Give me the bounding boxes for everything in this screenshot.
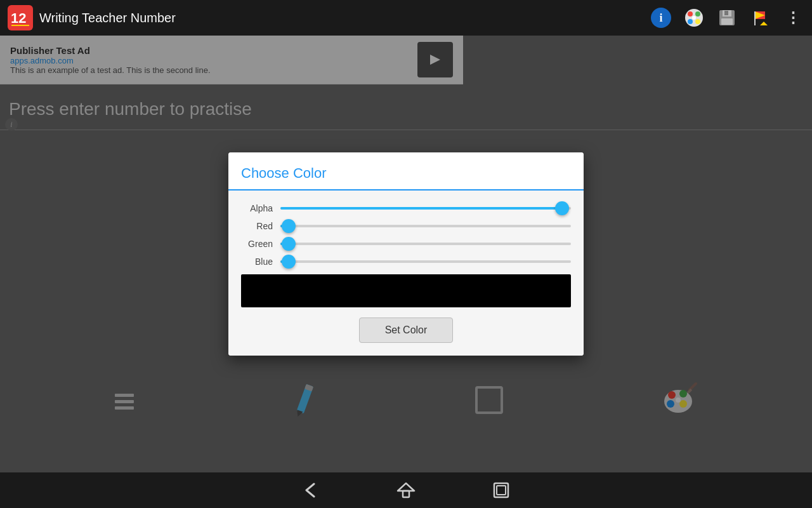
- nav-bar: [0, 472, 812, 508]
- blue-thumb[interactable]: [282, 255, 296, 269]
- red-slider-row: Red: [241, 221, 571, 231]
- alpha-label: Alpha: [241, 203, 273, 213]
- color-preview: [241, 274, 571, 307]
- blue-slider-row: Blue: [241, 257, 571, 267]
- back-button[interactable]: [301, 481, 320, 500]
- app-title: Writing Teacher Number: [39, 11, 650, 25]
- recents-button[interactable]: [492, 481, 511, 500]
- save-icon: [717, 8, 737, 27]
- topbar-actions: i: [650, 6, 804, 29]
- green-slider-row: Green: [241, 239, 571, 249]
- info-icon: i: [651, 8, 671, 28]
- flag-icon: [751, 9, 769, 27]
- svg-point-7: [695, 19, 700, 24]
- palette-button[interactable]: [683, 6, 705, 29]
- green-label: Green: [241, 239, 273, 249]
- overflow-icon: ⋮: [785, 9, 801, 27]
- recents-icon: [492, 481, 511, 500]
- dialog-body: Alpha Red Green: [228, 190, 584, 356]
- palette-icon: [684, 8, 704, 28]
- alpha-fill: [280, 207, 562, 210]
- main-area: Publisher Test Ad apps.admob.com This is…: [0, 36, 812, 472]
- blue-label: Blue: [241, 257, 273, 267]
- overlay: Choose Color Alpha Red: [0, 36, 812, 472]
- red-thumb[interactable]: [282, 219, 296, 233]
- flag-button[interactable]: [749, 6, 771, 29]
- svg-rect-12: [724, 11, 728, 15]
- svg-point-8: [692, 16, 696, 20]
- svg-point-5: [695, 11, 700, 17]
- app-icon: 12: [8, 5, 33, 30]
- svg-point-4: [688, 11, 693, 17]
- overflow-menu-button[interactable]: ⋮: [782, 6, 804, 29]
- home-button[interactable]: [396, 481, 416, 500]
- blue-slider[interactable]: [280, 260, 571, 263]
- alpha-thumb[interactable]: [555, 201, 569, 215]
- set-color-button[interactable]: Set Color: [359, 318, 454, 343]
- svg-text:12: 12: [11, 10, 26, 26]
- svg-rect-31: [403, 491, 409, 497]
- green-thumb[interactable]: [282, 237, 296, 251]
- svg-marker-16: [760, 22, 768, 25]
- save-button[interactable]: [716, 6, 738, 29]
- home-icon: [396, 481, 416, 500]
- color-picker-dialog: Choose Color Alpha Red: [228, 152, 584, 356]
- alpha-slider-row: Alpha: [241, 203, 571, 213]
- svg-rect-11: [721, 18, 733, 25]
- dialog-header: Choose Color: [228, 152, 584, 189]
- svg-rect-33: [497, 486, 506, 495]
- dialog-title: Choose Color: [241, 165, 571, 189]
- red-label: Red: [241, 221, 273, 231]
- svg-point-6: [688, 19, 693, 24]
- red-slider[interactable]: [280, 225, 571, 227]
- back-icon: [301, 481, 320, 500]
- top-bar: 12 Writing Teacher Number i: [0, 0, 812, 36]
- info-button[interactable]: i: [650, 6, 672, 29]
- green-slider[interactable]: [280, 243, 571, 245]
- alpha-slider[interactable]: [280, 207, 571, 210]
- svg-marker-30: [398, 483, 414, 491]
